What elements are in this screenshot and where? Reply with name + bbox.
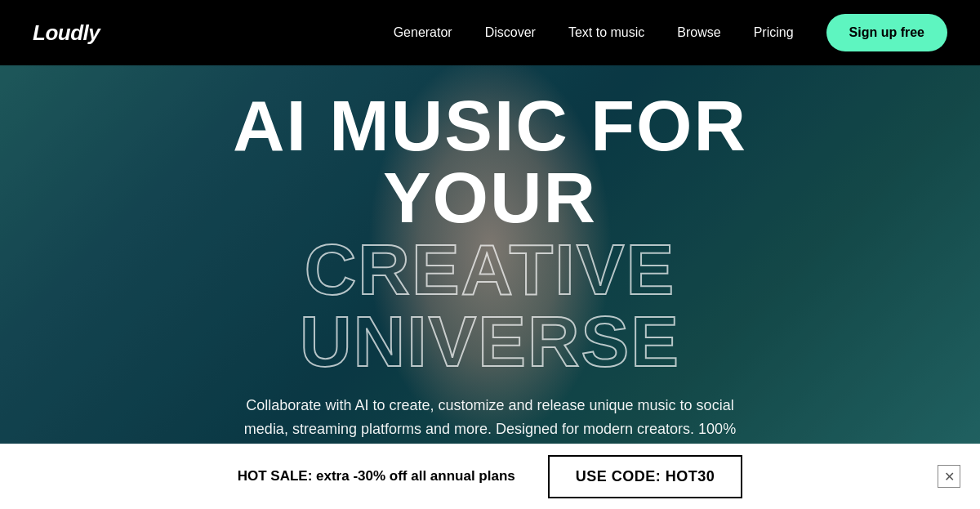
close-icon: ✕ — [944, 469, 955, 484]
hero-content: AI MUSIC FOR YOUR CREATIVE UNIVERSE Coll… — [0, 65, 980, 444]
hero-title-outline1: CREATIVE — [305, 234, 675, 306]
nav-discover[interactable]: Discover — [485, 25, 536, 40]
banner-sale-text: HOT SALE: extra -30% off all annual plan… — [238, 468, 515, 484]
hero-title-outline2: UNIVERSE — [300, 306, 680, 377]
nav-pricing[interactable]: Pricing — [754, 25, 794, 40]
hero-section: AI MUSIC FOR YOUR CREATIVE UNIVERSE Coll… — [0, 0, 980, 444]
hero-title-line1: AI MUSIC FOR — [233, 90, 747, 162]
promo-banner: HOT SALE: extra -30% off all annual plan… — [0, 444, 980, 509]
promo-code[interactable]: USE CODE: HOT30 — [548, 455, 743, 498]
navbar: Loudly Generator Discover Text to music … — [0, 0, 980, 65]
logo[interactable]: Loudly — [33, 20, 100, 46]
signup-button[interactable]: Sign up free — [826, 14, 947, 51]
nav-links: Generator Discover Text to music Browse … — [394, 14, 947, 51]
nav-generator[interactable]: Generator — [394, 25, 452, 40]
hero-title-line2: YOUR — [383, 162, 597, 234]
nav-browse[interactable]: Browse — [677, 25, 720, 40]
close-banner-button[interactable]: ✕ — [938, 465, 960, 488]
nav-text-to-music[interactable]: Text to music — [568, 25, 644, 40]
hero-subtitle: Collaborate with AI to create, customize… — [229, 394, 751, 444]
